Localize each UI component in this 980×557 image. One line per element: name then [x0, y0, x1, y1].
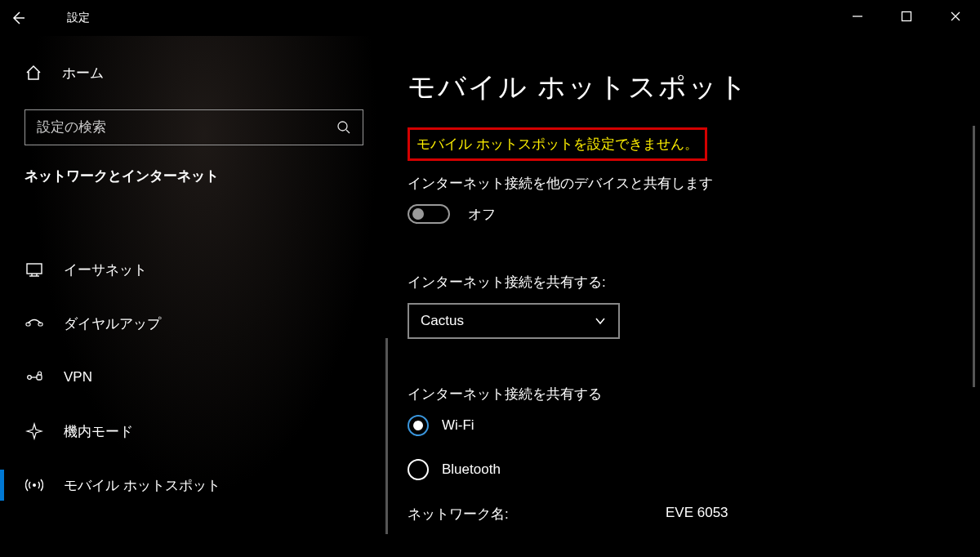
home-label: ホーム — [62, 64, 104, 82]
svg-point-4 — [338, 122, 347, 131]
svg-line-5 — [346, 130, 350, 133]
search-input[interactable] — [37, 119, 336, 136]
nav-label: イーサネット — [64, 261, 147, 279]
radio-circle-icon — [408, 415, 429, 436]
radio-bluetooth[interactable]: Bluetooth — [408, 459, 947, 480]
svg-point-15 — [33, 483, 36, 487]
window-controls — [833, 0, 980, 33]
network-name-row: ネットワーク名: EVE 6053 — [408, 505, 947, 524]
radio-circle-icon — [408, 459, 429, 480]
toggle-state-label: オフ — [468, 205, 496, 224]
select-value: Cactus — [421, 313, 464, 329]
minimize-button[interactable] — [833, 0, 882, 33]
svg-rect-6 — [27, 264, 42, 274]
titlebar: 設定 — [0, 0, 980, 36]
search-box[interactable] — [24, 109, 363, 145]
sidebar: ホーム ネットワークとインターネット イーサネット ダイヤルアップ VPN 機内… — [0, 36, 388, 557]
network-name-value: EVE 6053 — [666, 505, 728, 524]
nav-item-dialup[interactable]: ダイヤルアップ — [0, 296, 388, 350]
share-over-label: インターネット接続を共有する — [408, 385, 947, 403]
network-name-label: ネットワーク名: — [408, 505, 666, 524]
hotspot-toggle[interactable] — [408, 204, 450, 224]
dialup-icon — [25, 316, 43, 331]
toggle-knob-icon — [412, 208, 424, 220]
radio-wifi-label: Wi-Fi — [442, 417, 474, 434]
ethernet-icon — [25, 261, 43, 278]
nav-category: ネットワークとインターネット — [0, 167, 388, 185]
hotspot-toggle-row: オフ — [408, 204, 947, 224]
home-icon — [24, 64, 42, 82]
nav-list: イーサネット ダイヤルアップ VPN 機内モード モバイル ホットスポット — [0, 243, 388, 512]
back-button[interactable] — [0, 0, 36, 36]
error-box: モバイル ホットスポットを設定できません。 — [408, 127, 707, 161]
svg-rect-14 — [37, 375, 42, 380]
svg-rect-1 — [902, 12, 911, 21]
maximize-button[interactable] — [882, 0, 931, 33]
vpn-icon — [25, 370, 43, 385]
share-description: インターネット接続を他のデバイスと共有します — [408, 174, 947, 193]
main-scrollbar[interactable] — [973, 126, 975, 387]
share-source-label: インターネット接続を共有する: — [408, 273, 947, 292]
chevron-down-icon — [594, 314, 607, 328]
maximize-icon — [901, 11, 912, 22]
nav-item-airplane[interactable]: 機内モード — [0, 404, 388, 458]
hotspot-icon — [25, 477, 43, 493]
radio-bluetooth-label: Bluetooth — [442, 461, 501, 478]
close-icon — [950, 11, 961, 22]
nav-label: VPN — [64, 369, 92, 385]
airplane-icon — [25, 422, 43, 440]
window-title: 設定 — [67, 11, 90, 25]
minimize-icon — [852, 11, 863, 22]
search-icon — [336, 120, 351, 135]
radio-wifi[interactable]: Wi-Fi — [408, 415, 947, 436]
error-text: モバイル ホットスポットを設定できません。 — [416, 136, 698, 152]
arrow-left-icon — [10, 10, 26, 26]
main-content: モバイル ホットスポット モバイル ホットスポットを設定できません。 インターネ… — [388, 36, 980, 557]
nav-label: モバイル ホットスポット — [64, 476, 220, 495]
nav-label: ダイヤルアップ — [64, 314, 161, 333]
share-source-select[interactable]: Cactus — [408, 303, 620, 339]
nav-item-ethernet[interactable]: イーサネット — [0, 243, 388, 296]
nav-label: 機内モード — [64, 422, 133, 441]
home-nav[interactable]: ホーム — [0, 52, 388, 93]
close-button[interactable] — [931, 0, 980, 33]
svg-point-12 — [28, 376, 32, 380]
page-title: モバイル ホットスポット — [408, 69, 947, 106]
nav-item-hotspot[interactable]: モバイル ホットスポット — [0, 458, 388, 512]
nav-item-vpn[interactable]: VPN — [0, 350, 388, 404]
